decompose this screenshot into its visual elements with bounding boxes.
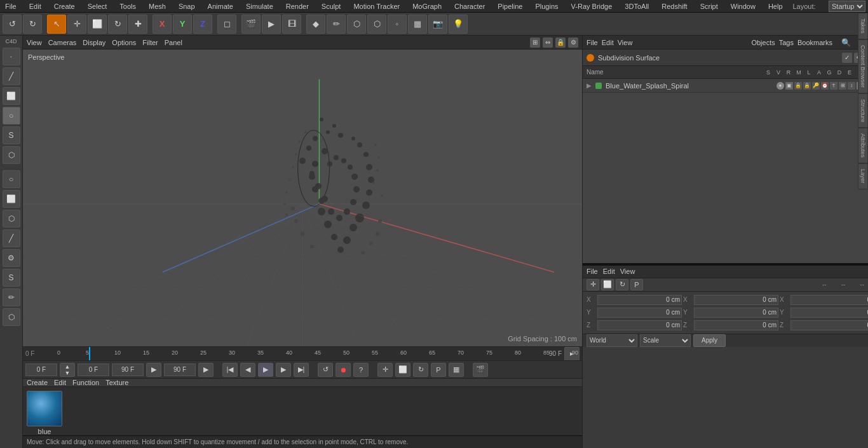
viewport-canvas[interactable]: Perspective [23, 50, 582, 346]
pb-render-preview[interactable]: 🎬 [473, 363, 488, 377]
menu-redshift[interactable]: Redshift [659, 1, 689, 11]
menu-animate[interactable]: Animate [205, 1, 236, 11]
attr-x3-val[interactable] [790, 295, 868, 305]
tab-attributes[interactable]: Attributes [858, 128, 868, 163]
attr-y-pos[interactable] [597, 308, 682, 318]
menu-script[interactable]: Script [698, 1, 721, 11]
obj-menu-bookmarks[interactable]: Bookmarks [797, 39, 832, 46]
rotate-button[interactable]: ↻ [108, 15, 127, 34]
menu-3dtoall[interactable]: 3DToAll [622, 1, 651, 11]
menu-edit[interactable]: Edit [27, 1, 44, 11]
light-button[interactable]: 💡 [449, 15, 468, 34]
mat-menu-create[interactable]: Create [27, 379, 48, 386]
attr-z3-val[interactable] [790, 320, 868, 330]
obj-menu-edit[interactable]: Edit [602, 39, 614, 46]
pb-record[interactable]: ⏺ [336, 363, 351, 377]
sidebar-sculpt-icon[interactable]: ⬡ [3, 308, 20, 326]
anim-icon[interactable]: ⏰ [821, 82, 829, 90]
grid-mode[interactable]: ▦ [408, 15, 427, 34]
undo-button[interactable]: ↺ [3, 15, 22, 34]
menu-render[interactable]: Render [283, 1, 311, 11]
apply-button[interactable]: Apply [693, 334, 726, 347]
sidebar-texture-icon[interactable]: ⬡ [3, 146, 20, 164]
timeline[interactable]: 0 F 0 5 10 15 20 25 30 35 40 45 50 55 60… [23, 346, 582, 360]
render-view-button[interactable]: ▶ [262, 15, 281, 34]
menu-mograph[interactable]: MoGraph [410, 1, 444, 11]
lock3-icon[interactable]: 🔑 [812, 82, 820, 90]
pb-step-back[interactable]: ◀ [240, 363, 255, 377]
menu-window[interactable]: Window [728, 1, 758, 11]
mat-menu-edit[interactable]: Edit [54, 379, 66, 386]
render-button[interactable]: 🎞 [282, 15, 301, 34]
attr-x2-val[interactable] [694, 295, 778, 305]
attr-tool-3[interactable]: ↻ [616, 279, 628, 290]
menu-plugins[interactable]: Plugins [532, 1, 560, 11]
search-icon[interactable]: 🔍 [841, 38, 851, 47]
menu-mesh[interactable]: Mesh [146, 1, 168, 11]
sculpt-mode[interactable]: ✏ [327, 15, 346, 34]
pb-play[interactable]: ▶ [258, 363, 273, 377]
menu-simulate[interactable]: Simulate [243, 1, 276, 11]
vp-menu-cameras[interactable]: Cameras [48, 39, 77, 46]
select-tool-button[interactable]: ↖ [47, 15, 66, 34]
redo-button[interactable]: ↻ [23, 15, 42, 34]
mat-menu-function[interactable]: Function [72, 379, 99, 386]
x-axis-button[interactable]: X [153, 15, 172, 34]
lock1-icon[interactable]: 🔒 [794, 82, 802, 90]
menu-character[interactable]: Character [452, 1, 487, 11]
pb-goto-end[interactable]: ▶| [294, 363, 309, 377]
pb-scale[interactable]: ⬜ [395, 363, 410, 377]
menu-file[interactable]: File [3, 1, 19, 11]
render-icon[interactable]: ▣ [785, 82, 793, 90]
layout-select[interactable]: Startup [829, 1, 865, 12]
sidebar-brush-icon[interactable]: ✏ [3, 288, 20, 306]
obj-menu-tags[interactable]: Tags [779, 39, 794, 46]
end-frame-input2[interactable] [164, 363, 196, 376]
attrs-menu-file[interactable]: File [587, 268, 598, 275]
vp-menu-view[interactable]: View [27, 39, 42, 46]
lock2-icon[interactable]: 🔒 [803, 82, 811, 90]
menu-select[interactable]: Select [85, 1, 110, 11]
vp-icon-settings[interactable]: ⚙ [568, 37, 578, 48]
pb-help[interactable]: ? [353, 363, 369, 377]
pb-grid[interactable]: ▦ [449, 363, 464, 377]
sidebar-uv-icon[interactable]: S [3, 126, 20, 144]
sidebar-deformer-icon[interactable]: ╱ [3, 229, 20, 247]
tab-content-browser[interactable]: Content Browser [858, 39, 868, 93]
attr-y3-val[interactable] [790, 308, 868, 318]
menu-help[interactable]: Help [766, 1, 785, 11]
vp-icon-expand[interactable]: ⊞ [530, 37, 540, 48]
tab-layer[interactable]: Layer [858, 163, 868, 189]
sidebar-spline-icon[interactable]: S [3, 269, 20, 287]
start-frame-input[interactable] [25, 363, 57, 376]
z-axis-button[interactable]: Z [193, 15, 212, 34]
sidebar-effector-icon[interactable]: ⚙ [3, 249, 20, 267]
tag3-icon[interactable]: ↕ [848, 82, 855, 90]
model-mode[interactable]: ◆ [306, 15, 325, 34]
attr-y2-val[interactable] [694, 308, 778, 318]
tag1-icon[interactable]: T [830, 82, 837, 90]
attrs-menu-edit[interactable]: Edit [603, 268, 615, 275]
sidebar-points-icon[interactable]: · [3, 48, 20, 65]
timeline-ruler[interactable]: 0 5 10 15 20 25 30 35 40 45 50 55 60 65 … [57, 347, 546, 360]
vp-menu-filter[interactable]: Filter [142, 39, 158, 46]
sidebar-polygons-icon[interactable]: ⬜ [3, 87, 20, 105]
attr-tool-1[interactable]: ✛ [587, 279, 599, 290]
object-mode-button[interactable]: ◻ [217, 15, 236, 34]
vp-menu-options[interactable]: Options [112, 39, 136, 46]
menu-motion-tracker[interactable]: Motion Tracker [351, 1, 402, 11]
camera-button[interactable]: 📷 [428, 15, 447, 34]
pb-rotate[interactable]: ↻ [413, 363, 428, 377]
sidebar-null-icon[interactable]: ○ [3, 170, 20, 188]
vp-icon-lock[interactable]: 🔒 [555, 37, 566, 48]
hair-mode[interactable]: ⬡ [367, 15, 386, 34]
anim-mode[interactable]: ◦ [388, 15, 407, 34]
mat-menu-texture[interactable]: Texture [105, 379, 128, 386]
vis-icon[interactable]: ● [776, 82, 784, 90]
material-item[interactable]: blue [27, 391, 62, 435]
y-axis-button[interactable]: Y [173, 15, 192, 34]
world-dropdown[interactable]: World [587, 334, 637, 347]
attr-tool-2[interactable]: ⬜ [601, 279, 614, 290]
tab-takes[interactable]: Takes [858, 13, 868, 39]
tab-structure[interactable]: Structure [858, 93, 868, 128]
